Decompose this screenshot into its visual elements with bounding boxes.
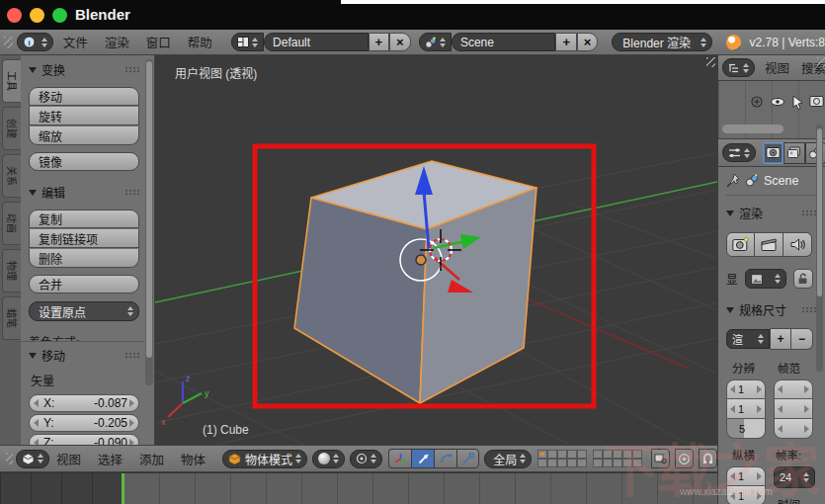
add-scene-button[interactable]: +: [555, 33, 576, 51]
snap-toggle[interactable]: [699, 449, 717, 468]
pivot-point-dropdown[interactable]: [350, 450, 382, 468]
transform-orientation-dropdown[interactable]: 全局: [484, 450, 532, 468]
decrement-arrow-icon[interactable]: [778, 385, 783, 393]
layers-grid-1[interactable]: [537, 450, 587, 467]
mirror-button[interactable]: 镜像: [29, 152, 139, 171]
tab-relations[interactable]: 关系: [2, 154, 21, 198]
panel-grip-icon[interactable]: [124, 352, 139, 359]
move-z-field[interactable]: Z: -0.090: [29, 434, 139, 445]
screen-layout-browse-button[interactable]: [231, 33, 264, 51]
increment-arrow-icon[interactable]: [129, 399, 134, 407]
screen-layout-name-field[interactable]: Default: [264, 33, 369, 51]
editor-type-dropdown[interactable]: [722, 143, 756, 162]
delete-button[interactable]: 删除: [29, 249, 139, 268]
editor-type-dropdown[interactable]: i: [17, 33, 53, 51]
decrement-arrow-icon[interactable]: [778, 405, 783, 413]
timeline-frames-area[interactable]: [124, 473, 717, 504]
menu-help[interactable]: 帮助: [188, 33, 212, 51]
tab-render-properties[interactable]: [763, 142, 784, 164]
render-audio-button[interactable]: [784, 232, 812, 257]
decrement-arrow-icon[interactable]: [730, 385, 735, 393]
move-y-field[interactable]: Y: -0.205: [29, 414, 139, 432]
edit-panel-header[interactable]: 编辑: [29, 184, 139, 201]
aspect-x-field[interactable]: 1: [726, 466, 766, 486]
menu-add[interactable]: 添加: [139, 450, 164, 468]
delete-layout-button[interactable]: ×: [389, 33, 410, 51]
scene-browse-button[interactable]: [419, 33, 452, 51]
rotate-manipulator-toggle[interactable]: [434, 449, 456, 468]
layer-cell[interactable]: [593, 459, 603, 467]
layer-cell[interactable]: [613, 459, 622, 467]
layer-cell[interactable]: [622, 450, 632, 459]
render-still-button[interactable]: [726, 232, 755, 257]
add-layout-button[interactable]: +: [369, 33, 389, 51]
frame-end-field[interactable]: [774, 399, 813, 419]
visibility-eye-icon[interactable]: [770, 95, 785, 109]
aspect-y-field[interactable]: 1: [726, 486, 766, 504]
translate-manipulator-toggle[interactable]: [411, 449, 434, 468]
scrollbar-thumb[interactable]: [817, 128, 822, 296]
viewport-3d[interactable]: z y x 用户视图 (透视) (1) Cube: [155, 55, 717, 445]
join-button[interactable]: 合并: [29, 275, 139, 294]
menu-object[interactable]: 物体: [181, 450, 206, 468]
editor-type-dropdown[interactable]: [16, 450, 49, 468]
remove-preset-button[interactable]: −: [791, 328, 813, 350]
transform-panel-header[interactable]: 变换: [29, 61, 139, 78]
timeline-before-range[interactable]: [0, 473, 122, 504]
scale-button[interactable]: 缩放: [29, 126, 139, 145]
duplicate-button[interactable]: 复制: [29, 210, 139, 228]
mode-dropdown[interactable]: 物体模式: [222, 450, 307, 468]
editor-corner[interactable]: [817, 57, 825, 66]
expand-plus-icon[interactable]: [750, 95, 764, 109]
zoom-window-button[interactable]: [52, 8, 67, 23]
layer-cell[interactable]: [577, 450, 587, 459]
layer-cell[interactable]: [557, 459, 567, 467]
outliner-view-menu[interactable]: 视图: [765, 58, 789, 77]
render-panel-header[interactable]: 渲染: [726, 205, 816, 221]
framerate-dropdown[interactable]: 24: [774, 466, 815, 488]
display-mode-dropdown[interactable]: [745, 269, 786, 289]
editor-corner[interactable]: [706, 57, 715, 67]
increment-arrow-icon[interactable]: [757, 492, 762, 500]
lock-interface-button[interactable]: [793, 269, 813, 289]
increment-arrow-icon[interactable]: [757, 405, 762, 413]
menu-view[interactable]: 视图: [56, 450, 81, 468]
tab-tools[interactable]: 工具: [2, 59, 21, 103]
resolution-y-field[interactable]: 1: [726, 399, 766, 419]
outliner-hscrollbar[interactable]: [722, 125, 784, 133]
tab-create[interactable]: 创建: [2, 107, 21, 150]
tab-grease-pencil[interactable]: 蜡笔: [2, 296, 21, 340]
outliner-body[interactable]: [718, 81, 825, 139]
move-x-field[interactable]: X: -0.087: [29, 394, 139, 412]
scale-manipulator-toggle[interactable]: [456, 449, 479, 468]
delete-scene-button[interactable]: ×: [577, 33, 598, 51]
pin-icon[interactable]: [726, 173, 740, 188]
scene-name-field[interactable]: Scene: [452, 33, 556, 51]
increment-arrow-icon[interactable]: [804, 405, 809, 413]
render-preset-dropdown[interactable]: 渲: [726, 329, 770, 349]
render-animation-button[interactable]: [755, 232, 784, 257]
dimensions-panel-header[interactable]: 规格尺寸: [726, 301, 816, 318]
menu-file[interactable]: 文件: [63, 33, 88, 51]
layer-cell[interactable]: [557, 450, 567, 459]
layer-cell[interactable]: [547, 459, 557, 467]
layer-cell[interactable]: [537, 459, 547, 467]
cube-mesh[interactable]: [294, 161, 536, 403]
layer-cell[interactable]: [622, 459, 632, 467]
menu-select[interactable]: 选择: [98, 450, 123, 468]
scene-lock-toggle[interactable]: [651, 449, 670, 468]
editor-corner[interactable]: [4, 37, 13, 48]
minimize-window-button[interactable]: [30, 8, 44, 23]
frame-step-field[interactable]: [774, 419, 813, 439]
decrement-arrow-icon[interactable]: [730, 472, 735, 480]
increment-arrow-icon[interactable]: [804, 385, 809, 393]
layer-cell[interactable]: [632, 459, 642, 467]
layer-cell[interactable]: [537, 450, 547, 459]
layer-cell[interactable]: [567, 450, 577, 459]
frame-start-field[interactable]: [774, 379, 813, 399]
decrement-arrow-icon[interactable]: [730, 492, 735, 500]
add-preset-button[interactable]: +: [770, 328, 791, 350]
manipulator-axes-toggle[interactable]: [388, 449, 411, 468]
timeline-editor[interactable]: [0, 472, 717, 504]
close-window-button[interactable]: [7, 8, 22, 23]
